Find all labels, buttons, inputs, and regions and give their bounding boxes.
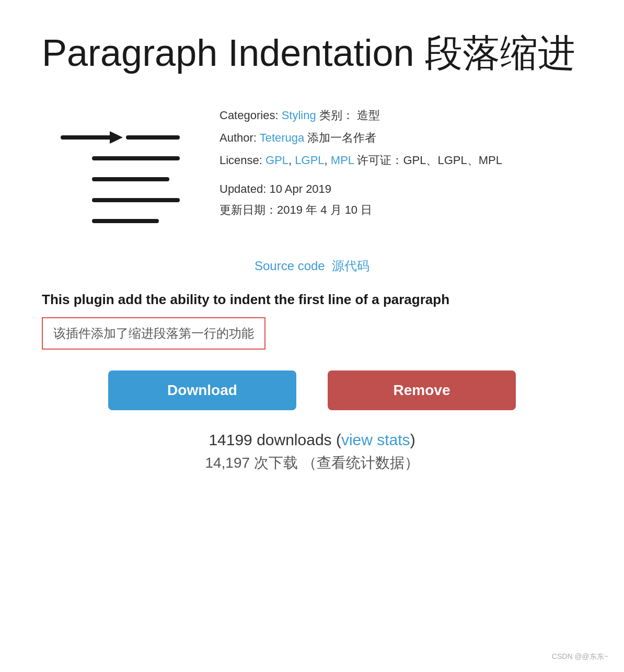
license-label: License: [219, 154, 262, 167]
license-lgpl-link[interactable]: LGPL [295, 154, 324, 167]
categories-row: Categories: Styling 类别： 造型 [219, 106, 582, 124]
license-row: License: GPL, LGPL, MPL 许可证：GPL、LGPL、MPL [219, 151, 582, 169]
author-link[interactable]: Teteruga [260, 131, 305, 144]
updated-row-zh: 更新日期：2019 年 4 月 10 日 [219, 201, 582, 219]
updated-section: Updated: 10 Apr 2019 更新日期：2019 年 4 月 10 … [219, 180, 582, 218]
author-row: Author: Teteruga 添加一名作者 [219, 129, 582, 147]
footer-watermark: CSDN @@东东~ [552, 652, 608, 662]
description-zh: 该插件添加了缩进段落第一行的功能 [42, 317, 265, 350]
svg-marker-1 [110, 131, 123, 144]
license-mpl-link[interactable]: MPL [331, 154, 354, 167]
remove-button[interactable]: Remove [328, 370, 516, 410]
view-stats-link[interactable]: view stats [341, 431, 410, 448]
source-code-link[interactable]: Source code 源代码 [42, 258, 582, 274]
updated-zh: 更新日期：2019 年 4 月 10 日 [219, 203, 372, 216]
updated-label: Updated: [219, 182, 266, 195]
page-title: Paragraph Indentation 段落缩进 [42, 31, 582, 75]
categories-link[interactable]: Styling [282, 109, 316, 122]
license-zh: 许可证：GPL、LGPL、MPL [357, 154, 502, 167]
source-code-section: Source code 源代码 [42, 258, 582, 274]
downloads-zh: 14,197 次下载 （查看统计数据） [42, 453, 582, 473]
plugin-info-section: Categories: Styling 类别： 造型 Author: Teter… [42, 101, 582, 237]
downloads-section: 14199 downloads (view stats) 14,197 次下载 … [42, 431, 582, 473]
license-gpl-link[interactable]: GPL [265, 154, 288, 167]
updated-row-en: Updated: 10 Apr 2019 [219, 180, 582, 198]
downloads-en: 14199 downloads (view stats) [42, 431, 582, 449]
categories-zh: 类别： 造型 [319, 109, 380, 122]
categories-label: Categories: [219, 109, 279, 122]
author-label: Author: [219, 131, 257, 144]
plugin-metadata: Categories: Styling 类别： 造型 Author: Teter… [219, 101, 582, 221]
description-en: This plugin add the ability to indent th… [42, 290, 582, 309]
updated-value: 10 Apr 2019 [269, 182, 331, 195]
plugin-icon [42, 101, 188, 237]
download-button[interactable]: Download [108, 370, 296, 410]
action-buttons: Download Remove [42, 370, 582, 410]
author-zh: 添加一名作者 [307, 131, 376, 144]
